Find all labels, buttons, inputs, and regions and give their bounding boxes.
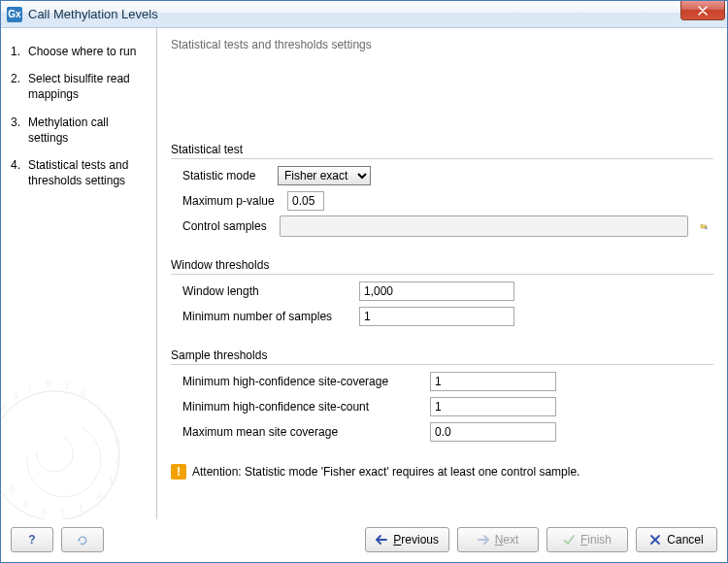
- group-title-window-thresholds: Window thresholds: [171, 258, 713, 275]
- browse-control-samples-button[interactable]: [694, 216, 713, 236]
- browse-folder-icon: [700, 218, 708, 234]
- group-title-statistical-test: Statistical test: [171, 143, 713, 159]
- svg-line-19: [707, 229, 708, 230]
- check-icon: [563, 534, 575, 546]
- reset-button[interactable]: [61, 527, 104, 552]
- svg-text:0: 0: [1, 401, 6, 412]
- label-maximum-pvalue: Maximum p-value: [182, 194, 287, 208]
- input-min-hc-site-count[interactable]: [430, 397, 556, 416]
- label-min-hc-site-coverage: Minimum high-confidence site-coverage: [182, 375, 430, 388]
- svg-text:1: 1: [22, 498, 28, 509]
- row-maximum-pvalue: Maximum p-value: [182, 190, 713, 212]
- svg-text:0: 0: [96, 491, 102, 502]
- svg-text:1: 1: [109, 417, 115, 428]
- finish-label: Finish: [580, 533, 612, 546]
- row-control-samples: Control samples: [182, 215, 713, 237]
- row-minimum-samples: Minimum number of samples: [182, 306, 713, 327]
- label-window-length: Window length: [182, 284, 359, 298]
- titlebar: Gx Call Methylation Levels: [1, 1, 727, 28]
- group-body-window-thresholds: Window length Minimum number of samples: [171, 281, 713, 327]
- label-min-hc-site-count: Minimum high-confidence site-count: [182, 400, 430, 414]
- window-title: Call Methylation Levels: [28, 7, 158, 21]
- group-body-statistical-test: Statistic mode Fisher exact Maximum p-va…: [171, 165, 713, 237]
- svg-text:0: 0: [115, 436, 120, 447]
- group-sample-thresholds: Sample thresholds Minimum high-confidenc…: [171, 348, 713, 447]
- svg-point-0: [1, 391, 119, 519]
- row-max-mean-site-coverage: Maximum mean site coverage: [182, 421, 713, 443]
- button-bar: ? Previous Next Finish Cancel: [1, 519, 727, 562]
- cancel-button[interactable]: Cancel: [636, 527, 717, 552]
- svg-text:0: 0: [46, 379, 51, 389]
- group-window-thresholds: Window thresholds Window length Minimum …: [171, 258, 713, 331]
- close-button[interactable]: [680, 1, 725, 20]
- row-min-hc-site-coverage: Minimum high-confidence site-coverage: [182, 371, 713, 392]
- svg-text:1: 1: [96, 401, 102, 412]
- input-maximum-pvalue[interactable]: [287, 191, 324, 211]
- wizard-step-3[interactable]: Methylation call settings: [11, 109, 149, 151]
- page-title: Statistical tests and thresholds setting…: [171, 38, 713, 53]
- svg-text:1: 1: [109, 475, 115, 485]
- label-minimum-samples: Minimum number of samples: [182, 310, 359, 323]
- wizard-step-1[interactable]: Choose where to run: [11, 38, 149, 65]
- wizard-steps-sidebar: Choose where to run Select bisulfite rea…: [1, 28, 157, 519]
- wizard-step-4[interactable]: Statistical tests and thresholds setting…: [11, 151, 149, 194]
- close-icon: [698, 6, 708, 16]
- group-title-sample-thresholds: Sample thresholds: [171, 348, 713, 365]
- decorative-swirl-icon: 011 010 110 010 110 10: [1, 354, 156, 519]
- wizard-steps-list: Choose where to run Select bisulfite rea…: [11, 38, 149, 194]
- row-statistic-mode: Statistic mode Fisher exact: [182, 165, 713, 186]
- undo-arrow-icon: [77, 534, 88, 546]
- wizard-step-2[interactable]: Select bisulfite read mappings: [11, 65, 149, 108]
- previous-label: Previous: [393, 533, 439, 546]
- group-statistical-test: Statistical test Statistic mode Fisher e…: [171, 143, 713, 241]
- label-max-mean-site-coverage: Maximum mean site coverage: [182, 425, 430, 439]
- row-min-hc-site-count: Minimum high-confidence site-count: [182, 396, 713, 417]
- select-statistic-mode[interactable]: Fisher exact: [278, 166, 371, 185]
- previous-button[interactable]: Previous: [365, 527, 449, 552]
- input-minimum-samples[interactable]: [359, 307, 514, 326]
- attention-text: Attention: Statistic mode 'Fisher exact'…: [192, 465, 579, 479]
- label-statistic-mode: Statistic mode: [182, 169, 278, 182]
- row-window-length: Window length: [182, 281, 713, 302]
- cancel-x-icon: [649, 534, 661, 546]
- arrow-left-icon: [376, 534, 387, 546]
- svg-text:0: 0: [81, 388, 86, 399]
- svg-text:1: 1: [59, 508, 65, 518]
- label-control-samples: Control samples: [182, 219, 280, 233]
- svg-text:0: 0: [41, 506, 47, 516]
- svg-text:1: 1: [14, 390, 19, 401]
- dialog-window: Gx Call Methylation Levels Choose where …: [0, 0, 728, 563]
- svg-text:1: 1: [27, 382, 33, 393]
- input-min-hc-site-coverage[interactable]: [430, 372, 556, 391]
- warning-icon: !: [171, 464, 186, 480]
- arrow-right-icon: [478, 534, 489, 546]
- input-max-mean-site-coverage[interactable]: [430, 422, 556, 442]
- svg-text:1: 1: [64, 381, 70, 391]
- help-icon: ?: [28, 533, 35, 546]
- attention-message: ! Attention: Statistic mode 'Fisher exac…: [171, 464, 713, 480]
- next-label: Next: [495, 533, 519, 546]
- cancel-label: Cancel: [667, 533, 703, 546]
- input-window-length[interactable]: [359, 282, 514, 301]
- dialog-body: Choose where to run Select bisulfite rea…: [1, 28, 727, 519]
- finish-button[interactable]: Finish: [546, 527, 628, 552]
- svg-text:1: 1: [78, 503, 83, 513]
- next-button[interactable]: Next: [457, 527, 539, 552]
- field-control-samples[interactable]: [280, 215, 688, 237]
- app-icon: Gx: [7, 7, 22, 22]
- group-body-sample-thresholds: Minimum high-confidence site-coverage Mi…: [171, 371, 713, 443]
- main-panel: Statistical tests and thresholds setting…: [157, 28, 727, 519]
- help-button[interactable]: ?: [11, 527, 53, 552]
- svg-text:0: 0: [115, 456, 120, 467]
- svg-text:0: 0: [9, 484, 15, 495]
